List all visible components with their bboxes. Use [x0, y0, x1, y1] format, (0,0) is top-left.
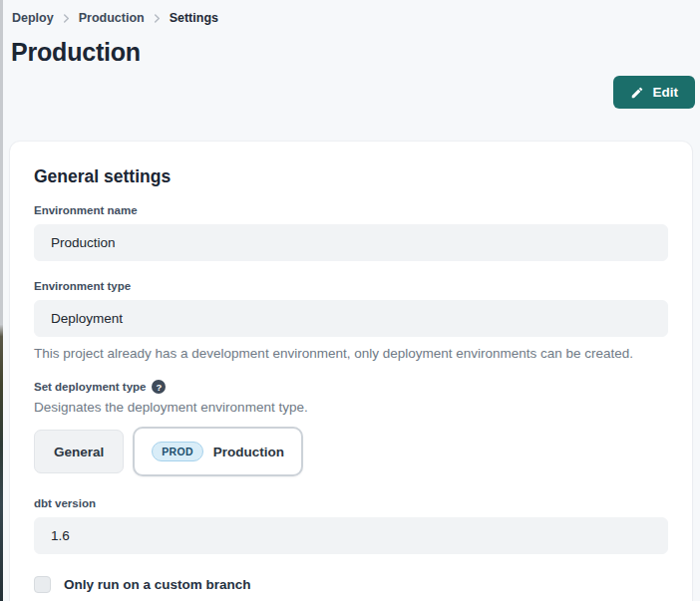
- deployment-type-field: Set deployment type ? Designates the dep…: [34, 380, 668, 476]
- screen-edge-artifact: [0, 0, 3, 601]
- custom-branch-label: Only run on a custom branch: [64, 577, 251, 592]
- custom-branch-checkbox[interactable]: [34, 576, 51, 593]
- help-icon[interactable]: ?: [152, 380, 166, 394]
- custom-branch-row: Only run on a custom branch: [34, 576, 668, 593]
- chevron-right-icon: [62, 14, 71, 23]
- deployment-type-label: Set deployment type ?: [34, 380, 668, 394]
- deployment-type-production-button[interactable]: PROD Production: [133, 427, 303, 476]
- environment-name-label: Environment name: [34, 204, 668, 216]
- dbt-version-field: dbt version: [34, 497, 668, 554]
- breadcrumb: Deploy Production Settings: [0, 0, 700, 25]
- environment-type-label: Environment type: [34, 280, 668, 292]
- deployment-type-options: General PROD Production: [34, 427, 668, 476]
- general-settings-card: General settings Environment name Enviro…: [10, 142, 692, 601]
- deployment-type-label-text: Set deployment type: [34, 381, 146, 393]
- breadcrumb-settings: Settings: [170, 11, 218, 25]
- card-heading: General settings: [34, 166, 668, 187]
- chevron-right-icon: [153, 14, 162, 23]
- prod-badge: PROD: [152, 442, 203, 461]
- page-title: Production: [11, 37, 700, 68]
- edit-button-label: Edit: [653, 85, 679, 100]
- dbt-version-input[interactable]: [34, 517, 668, 554]
- environment-name-field: Environment name: [34, 204, 668, 261]
- dbt-version-label: dbt version: [34, 497, 668, 509]
- edit-button[interactable]: Edit: [613, 76, 696, 109]
- toolbar: Edit: [0, 68, 700, 109]
- environment-name-input[interactable]: [34, 224, 668, 261]
- deployment-type-general-button[interactable]: General: [34, 430, 124, 473]
- environment-type-helper: This project already has a development e…: [34, 346, 668, 361]
- pencil-icon: [630, 86, 644, 100]
- environment-type-field: Environment type This project already ha…: [34, 280, 668, 361]
- environment-type-input[interactable]: [34, 300, 668, 337]
- breadcrumb-production[interactable]: Production: [79, 11, 145, 25]
- deployment-type-description: Designates the deployment environment ty…: [34, 400, 668, 415]
- breadcrumb-deploy[interactable]: Deploy: [12, 11, 54, 25]
- production-option-label: Production: [213, 445, 284, 459]
- general-option-label: General: [54, 445, 104, 459]
